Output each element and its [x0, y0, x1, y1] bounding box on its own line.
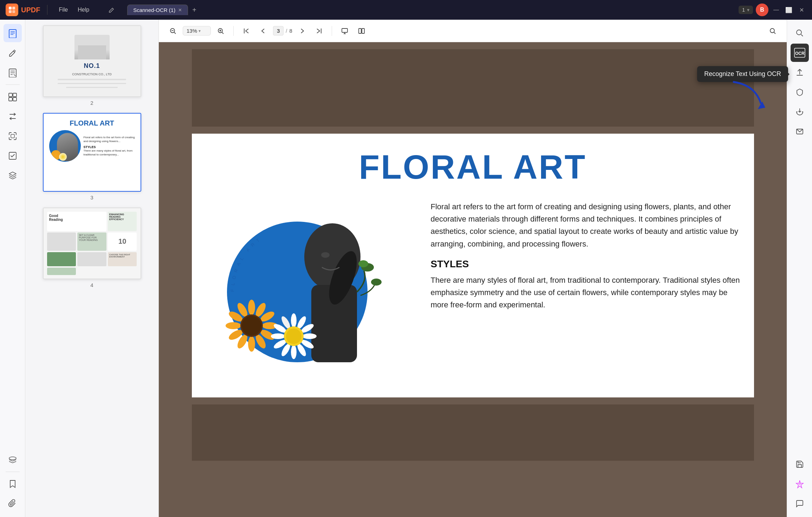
- page-indicator: 3 / 8: [273, 26, 292, 36]
- search-btn[interactable]: [766, 24, 780, 38]
- page-top-strip: [192, 49, 754, 127]
- ai-btn[interactable]: [791, 475, 809, 493]
- svg-text:OCR: OCR: [795, 51, 805, 56]
- tab-close-btn[interactable]: ✕: [178, 7, 182, 13]
- sidebar-icon-form[interactable]: [4, 147, 22, 165]
- sidebar-icon-layers[interactable]: [4, 166, 22, 185]
- sep1: [233, 26, 234, 36]
- title-bar: UPDF File Help Scanned-OCR (1) ✕ + 1 ▾ B…: [0, 0, 812, 20]
- sidebar-icon-read[interactable]: [4, 24, 22, 42]
- zoom-out-btn[interactable]: [166, 24, 180, 38]
- close-btn[interactable]: ✕: [797, 5, 806, 15]
- last-page-btn[interactable]: [312, 24, 326, 38]
- sidebar-icon-organize[interactable]: [4, 88, 22, 106]
- thumbnail-page-3[interactable]: FLORAL ART Floral art refers to the art …: [30, 113, 154, 200]
- thumbnail-page-2[interactable]: NO.1 CONSTRUCTION CO., LTD 2: [30, 25, 154, 106]
- current-page[interactable]: 3: [273, 26, 284, 36]
- svg-point-53: [226, 322, 241, 329]
- zoom-dropdown-icon: ▾: [199, 28, 201, 33]
- svg-rect-14: [13, 93, 17, 97]
- sidebar-icon-bookmark[interactable]: [4, 475, 22, 493]
- svg-rect-3: [12, 10, 15, 13]
- floral-text: Floral art refers to the art form of cre…: [431, 200, 740, 319]
- maximize-btn[interactable]: ⬜: [784, 5, 794, 15]
- thumbnail-4-num: 4: [90, 282, 93, 288]
- floral-image: FLORAL ART: [206, 200, 417, 383]
- svg-point-40: [321, 252, 330, 258]
- svg-rect-17: [11, 134, 14, 138]
- svg-point-43: [371, 279, 382, 286]
- tab-edit-icon: [106, 4, 117, 15]
- first-page-btn[interactable]: [239, 24, 253, 38]
- zoom-in-btn[interactable]: [214, 24, 228, 38]
- thumbnail-2-num: 2: [90, 100, 93, 106]
- app-name: UPDF: [21, 6, 40, 14]
- sidebar-icon-edit[interactable]: [4, 63, 22, 82]
- svg-line-12: [14, 74, 15, 76]
- tab-scanned-ocr[interactable]: Scanned-OCR (1) ✕: [127, 5, 188, 15]
- title-bar-controls: 1 ▾ B — ⬜ ✕: [739, 4, 806, 16]
- email-btn[interactable]: [791, 122, 809, 141]
- svg-point-50: [248, 336, 255, 352]
- ocr-arrow: [728, 76, 770, 120]
- svg-point-77: [799, 483, 801, 485]
- minimize-btn[interactable]: —: [771, 5, 781, 15]
- svg-line-24: [222, 32, 223, 34]
- divider: [6, 472, 20, 472]
- page-selector-value: 1: [742, 7, 745, 13]
- presentation-btn[interactable]: [338, 24, 352, 38]
- svg-rect-33: [362, 28, 364, 33]
- logo-icon: [6, 4, 18, 16]
- right-sidebar: OCR: [787, 20, 812, 517]
- sidebar-icon-annotate[interactable]: [4, 44, 22, 62]
- svg-rect-15: [9, 97, 12, 101]
- svg-line-21: [174, 32, 176, 34]
- sidebar-icon-layers2[interactable]: [4, 451, 22, 469]
- menu-bar: File Help: [54, 5, 93, 15]
- save-btn[interactable]: [791, 455, 809, 473]
- styles-text: There are many styles of floral art, fro…: [431, 274, 740, 311]
- svg-rect-16: [13, 97, 17, 101]
- share-btn[interactable]: [791, 63, 809, 82]
- add-tab-btn[interactable]: +: [189, 5, 199, 15]
- left-sidebar: [0, 20, 25, 517]
- sidebar-icon-attach[interactable]: [4, 494, 22, 513]
- page-nav-control[interactable]: 1 ▾: [739, 6, 753, 14]
- toolbar: 13% ▾ 3 / 8: [159, 20, 787, 42]
- comment-btn[interactable]: [791, 494, 809, 513]
- help-menu[interactable]: Help: [73, 5, 93, 15]
- svg-rect-13: [9, 93, 12, 97]
- thumbnail-3-num: 3: [90, 194, 93, 200]
- sidebar-icon-compress[interactable]: [4, 127, 22, 145]
- user-avatar[interactable]: B: [756, 4, 768, 16]
- svg-rect-8: [9, 69, 16, 77]
- svg-point-57: [242, 316, 261, 336]
- thumbnail-2-img: NO.1 CONSTRUCTION CO., LTD: [43, 25, 141, 97]
- sidebar-icon-convert[interactable]: [4, 107, 22, 126]
- svg-text:FLORAL ART: FLORAL ART: [229, 235, 263, 292]
- svg-line-35: [774, 32, 775, 34]
- app-logo: UPDF: [6, 4, 40, 16]
- prev-page-btn[interactable]: [256, 24, 270, 38]
- toolbar-right: [766, 24, 780, 38]
- pdf-canvas[interactable]: FLORAL ART FLOR: [159, 42, 787, 517]
- export-btn[interactable]: [791, 103, 809, 121]
- total-pages: 8: [290, 28, 292, 34]
- thumbnail-panel: NO.1 CONSTRUCTION CO., LTD 2 FLORAL ART: [25, 20, 159, 517]
- zoom-display[interactable]: 13% ▾: [183, 26, 211, 36]
- svg-point-64: [291, 345, 297, 359]
- thumbnail-4-img: GoodReading ENHANCINGREADINGEFFICIENCY S…: [43, 208, 141, 279]
- svg-point-72: [797, 30, 801, 35]
- svg-line-73: [801, 34, 803, 36]
- file-menu[interactable]: File: [54, 5, 72, 15]
- ocr-btn[interactable]: OCR: [791, 44, 809, 62]
- thumbnail-page-4[interactable]: GoodReading ENHANCINGREADINGEFFICIENCY S…: [30, 208, 154, 288]
- next-page-btn[interactable]: [295, 24, 309, 38]
- svg-rect-32: [359, 28, 361, 33]
- tabs-area: Scanned-OCR (1) ✕ +: [127, 5, 734, 15]
- protect-btn[interactable]: [791, 83, 809, 101]
- svg-rect-2: [9, 10, 12, 13]
- right-search-btn[interactable]: [791, 24, 809, 42]
- columns-btn[interactable]: [355, 24, 369, 38]
- svg-point-34: [770, 28, 774, 33]
